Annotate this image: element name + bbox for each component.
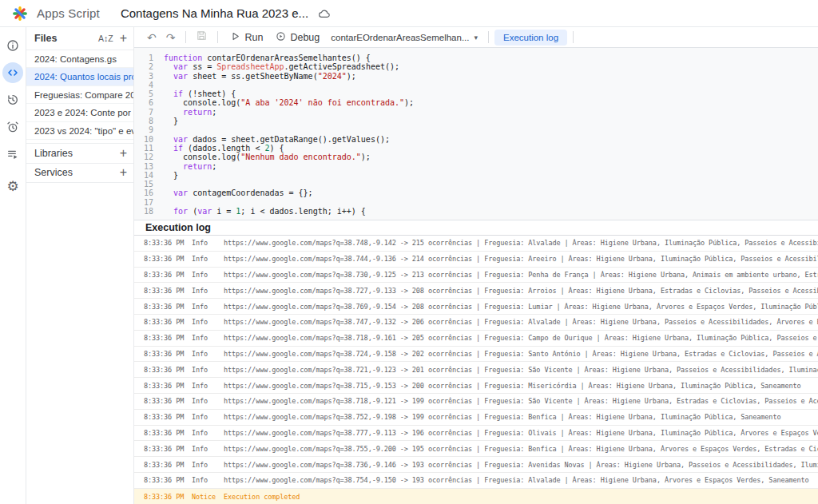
settings-nav-button[interactable]: ⚙ [2, 176, 23, 196]
log-type: Info [192, 255, 219, 263]
code-line[interactable]: function contarEOrdenarAreasSemelhantes(… [164, 54, 818, 62]
line-number[interactable]: 17 [134, 198, 153, 207]
code-line[interactable] [164, 180, 818, 189]
code-line[interactable]: if (!sheet) { [164, 89, 818, 98]
log-message: https://www.google.com/maps?q=38.718,-9.… [224, 397, 818, 405]
info-icon [6, 39, 19, 52]
file-item[interactable]: 2024: Quantos locais proxi... [26, 68, 133, 85]
log-row: 8:33:36 PMInfohttps://www.google.com/map… [134, 441, 818, 457]
services-section: Services + [26, 163, 133, 183]
log-timestamp: 8:33:36 PM [144, 429, 185, 437]
save-project-button[interactable] [192, 30, 212, 45]
line-number[interactable]: 7 [134, 108, 153, 117]
function-selector-dropdown[interactable]: contarEOrdenarAreasSemelhan... ▾ [326, 33, 482, 42]
execution-log-title: Execution log [134, 220, 818, 236]
log-row: 8:33:36 PMInfohttps://www.google.com/map… [134, 331, 818, 347]
file-item[interactable]: 2023 e 2024: Conte por áre... [26, 104, 133, 121]
line-number[interactable]: 12 [134, 153, 153, 161]
code-line[interactable] [164, 125, 818, 134]
overview-nav-button[interactable] [2, 35, 23, 56]
line-number[interactable]: 2 [134, 62, 153, 71]
files-panel-header: Files A↕Z + [26, 27, 133, 50]
run-button[interactable]: Run [224, 31, 269, 44]
log-timestamp: 8:33:36 PM [144, 397, 185, 405]
executions-nav-button[interactable] [2, 144, 23, 165]
code-editor[interactable]: 123456789101112131415161718 function con… [134, 48, 818, 220]
line-number[interactable]: 16 [134, 189, 153, 197]
add-file-button[interactable]: + [120, 32, 127, 45]
log-timestamp: 8:33:36 PM [144, 334, 185, 342]
project-title[interactable]: Contagens Na Minha Rua 2023 e... [121, 6, 308, 20]
log-row: 8:33:36 PMInfohttps://www.google.com/map… [134, 362, 818, 378]
line-number[interactable]: 6 [134, 98, 153, 107]
libraries-label: Libraries [34, 148, 120, 159]
line-number-gutter[interactable]: 123456789101112131415161718 [134, 54, 157, 220]
add-library-button[interactable]: + [120, 147, 127, 160]
line-number[interactable]: 11 [134, 144, 153, 153]
log-timestamp: 8:33:36 PM [144, 255, 185, 263]
code-line[interactable]: var contagemCoordenadas = {}; [164, 189, 818, 197]
code-line[interactable]: } [164, 117, 818, 125]
log-message: https://www.google.com/maps?q=38.730,-9.… [224, 271, 818, 279]
editor-nav-button[interactable] [2, 62, 23, 83]
log-message: https://www.google.com/maps?q=38.736,-9.… [224, 461, 818, 469]
code-line[interactable]: console.log("Nenhum dado encontrado."); [164, 153, 818, 161]
line-number[interactable]: 3 [134, 72, 153, 81]
log-type: Info [192, 239, 219, 247]
log-row: 8:33:36 PMInfohttps://www.google.com/map… [134, 457, 818, 473]
code-line[interactable]: var dados = sheet.getDataRange().getValu… [164, 135, 818, 144]
line-number[interactable]: 15 [134, 180, 153, 189]
undo-icon: ↶ [147, 31, 157, 44]
function-selector-value: contarEOrdenarAreasSemelhan... [331, 33, 469, 42]
execution-log-toggle-button[interactable]: Execution log [494, 30, 567, 46]
log-type: Info [192, 382, 219, 390]
code-line[interactable]: } [164, 171, 818, 180]
file-item[interactable]: Freguesias: Compare 2023 ... [26, 86, 133, 104]
log-type: Info [192, 397, 219, 405]
code-lines[interactable]: function contarEOrdenarAreasSemelhantes(… [157, 54, 818, 220]
code-line[interactable]: var sheet = ss.getSheetByName("2024"); [164, 72, 818, 81]
code-line[interactable]: console.log("A aba '2024' não foi encont… [164, 98, 818, 107]
code-line[interactable] [164, 198, 818, 207]
undo-button[interactable]: ↶ [142, 32, 161, 43]
log-type: Info [192, 429, 219, 437]
code-line[interactable]: return; [164, 162, 818, 171]
top-bar: Apps Script Contagens Na Minha Rua 2023 … [0, 0, 818, 27]
apps-script-logo-icon[interactable] [10, 3, 30, 24]
log-message: https://www.google.com/maps?q=38.752,-9.… [224, 413, 818, 421]
code-line[interactable]: if (dados.length < 2) { [164, 144, 818, 153]
log-row-notice: 8:33:36 PMNoticeExecution completed [134, 489, 818, 504]
line-number[interactable]: 1 [134, 54, 153, 62]
add-service-button[interactable]: + [120, 166, 127, 179]
file-item[interactable]: 2023 vs 2024: "tipo" e evolu... [26, 122, 133, 140]
line-number[interactable]: 9 [134, 125, 153, 134]
line-number[interactable]: 4 [134, 81, 153, 89]
line-number[interactable]: 18 [134, 207, 153, 216]
log-timestamp: 8:33:36 PM [144, 476, 185, 484]
log-message: https://www.google.com/maps?q=38.721,-9.… [224, 366, 818, 374]
code-line[interactable]: return; [164, 108, 818, 117]
project-history-nav-button[interactable] [2, 89, 23, 110]
debug-button[interactable]: Debug [269, 31, 326, 44]
files-title: Files [34, 33, 98, 44]
code-line[interactable]: var ss = SpreadsheetApp.getActiveSpreads… [164, 62, 818, 71]
log-type: Info [192, 350, 219, 358]
file-item[interactable]: 2024: Contagens.gs [26, 50, 133, 68]
code-line[interactable] [164, 81, 818, 89]
line-number[interactable]: 13 [134, 162, 153, 171]
libraries-section: Libraries + [26, 143, 133, 163]
editor-column: ↶ ↷ Run [134, 27, 818, 504]
code-line[interactable]: for (var i = 1; i < dados.length; i++) { [164, 207, 818, 216]
line-number[interactable]: 5 [134, 89, 153, 98]
line-number[interactable]: 14 [134, 171, 153, 180]
redo-button[interactable]: ↷ [161, 32, 181, 43]
sort-az-icon[interactable]: A↕Z [98, 34, 113, 43]
triggers-nav-button[interactable] [2, 117, 23, 137]
log-message: https://www.google.com/maps?q=38.777,-9.… [224, 429, 818, 437]
line-number[interactable]: 10 [134, 135, 153, 144]
log-timestamp: 8:33:36 PM [144, 318, 185, 326]
log-timestamp: 8:33:36 PM [144, 493, 185, 501]
log-timestamp: 8:33:36 PM [144, 445, 185, 453]
log-type: Info [192, 303, 219, 311]
line-number[interactable]: 8 [134, 117, 153, 125]
